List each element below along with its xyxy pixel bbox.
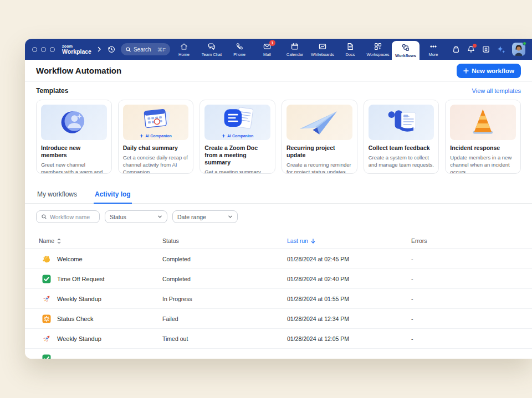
mail-icon: 1 [263, 42, 272, 51]
row-status: Timed out [162, 335, 287, 342]
schedule-icon[interactable] [482, 45, 490, 54]
row-last-run: 01/28/2024 at 02:40 PM [287, 276, 411, 282]
template-card-recurring-update[interactable]: Recurring project update Create a recurr… [282, 100, 357, 174]
template-card-introduce-members[interactable]: Introduce new members Greet new channel … [36, 100, 112, 174]
tab-activity-log[interactable]: Activity log [94, 189, 132, 204]
search-placeholder: Search [134, 46, 151, 53]
table-row[interactable]: Weekly Standup Timed out 01/28/2024 at 1… [25, 329, 532, 349]
date-range-filter-dropdown[interactable]: Date range [172, 210, 238, 223]
ai-companion-icon[interactable] [497, 45, 506, 54]
brand-zoom-label: zoom [62, 44, 91, 48]
table-row-partial[interactable] [25, 349, 532, 359]
doc-icon [346, 42, 355, 51]
window-zoom-button[interactable] [50, 47, 55, 52]
calendar-icon [290, 42, 299, 51]
ai-companion-chip: AI Companion [123, 134, 189, 138]
doc-illustration: AI Companion [204, 105, 270, 140]
nav-whiteboards[interactable]: Whiteboards [309, 39, 336, 60]
topbar-left: zoom Workplace Search ⌘F [25, 39, 170, 60]
page-title: Workflow Automation [36, 66, 121, 75]
chevron-down-icon [228, 214, 233, 219]
nav-more[interactable]: More [420, 39, 447, 60]
templates-section: Templates View all templates [25, 82, 532, 174]
row-errors: - [411, 256, 532, 262]
nav-workspaces[interactable]: Workspaces [364, 39, 392, 60]
sort-desc-arrow-icon [310, 238, 316, 244]
wave-hand-icon [42, 254, 52, 264]
history-icon[interactable] [107, 45, 116, 54]
table-row[interactable]: Status Check Failed 01/28/2024 at 12:34 … [25, 309, 532, 329]
row-last-run: 01/28/2024 at 12:05 PM [287, 335, 411, 342]
nav-team-chat[interactable]: Team Chat [198, 39, 226, 60]
window-controls [32, 47, 55, 52]
row-errors: - [411, 335, 532, 342]
nav-mail[interactable]: 1 Mail [253, 39, 281, 60]
phone-icon [235, 42, 244, 51]
table-row[interactable]: Weekly Standup In Progress 01/28/2024 at… [25, 289, 532, 309]
topbar-right [447, 39, 532, 60]
tab-my-workflows[interactable]: My workflows [36, 189, 78, 203]
template-card-daily-chat-summary[interactable]: AI Companion Daily chat summary Get a co… [118, 100, 194, 174]
nav-docs[interactable]: Docs [336, 39, 364, 60]
home-icon [180, 42, 188, 51]
nav-home[interactable]: Home [170, 39, 198, 60]
search-shortcut: ⌘F [157, 46, 166, 53]
table-header: Name Status Last run Errors [25, 233, 532, 249]
chevron-right-icon[interactable] [96, 46, 102, 52]
template-description: Get a concise daily recap of channel act… [123, 154, 189, 174]
topbar-nav: Home Team Chat Phone 1 Mail [170, 39, 447, 60]
workflow-name-search-input[interactable]: Workflow name [36, 210, 100, 223]
sort-icon [57, 238, 62, 244]
template-card-incident-response[interactable]: Incident response Update members in a ne… [445, 100, 521, 174]
template-title: Introduce new members [41, 144, 107, 159]
green-check-icon [42, 354, 52, 359]
column-header-errors[interactable]: Errors [411, 237, 532, 244]
member-illustration [41, 105, 107, 140]
template-description: Create a system to collect and manage te… [369, 154, 434, 168]
table-row[interactable]: Time Off Request Completed 01/28/2024 at… [25, 269, 532, 289]
row-last-run: 01/28/2024 at 01:55 PM [287, 296, 411, 302]
templates-heading: Templates [36, 87, 68, 95]
template-description: Greet new channel members with a warm an… [41, 161, 107, 174]
row-last-run: 01/28/2024 at 12:34 PM [287, 316, 411, 322]
status-filter-dropdown[interactable]: Status [105, 210, 167, 223]
app-window: zoom Workplace Search ⌘F [25, 39, 532, 359]
window-minimize-button[interactable] [41, 47, 46, 52]
chevron-down-icon [157, 214, 162, 219]
bag-icon[interactable] [452, 45, 461, 54]
rocket-icon [42, 294, 52, 304]
column-header-name[interactable]: Name [39, 237, 162, 244]
template-description: Create a recurring reminder for project … [287, 161, 352, 174]
calendar-illustration: AI Companion [123, 105, 189, 140]
template-title: Incident response [450, 144, 516, 152]
main-content: Workflow Automation New workflow Templat… [25, 60, 532, 359]
workflows-icon [401, 43, 410, 52]
notifications-bell-icon[interactable] [467, 45, 475, 54]
template-card-collect-feedback[interactable]: Collect team feedback Create a system to… [364, 100, 439, 174]
template-title: Recurring project update [287, 144, 352, 159]
table-row[interactable]: Welcome Completed 01/28/2024 at 02:45 PM… [25, 249, 532, 269]
workspaces-icon [374, 42, 382, 51]
topbar: zoom Workplace Search ⌘F [25, 39, 532, 60]
column-header-status[interactable]: Status [162, 237, 287, 244]
chat-icon [207, 42, 216, 51]
row-status: Failed [162, 316, 287, 322]
user-avatar[interactable] [512, 43, 525, 56]
template-card-zoom-doc[interactable]: AI Companion Create a Zoom Doc from a me… [200, 100, 275, 174]
column-header-last-run[interactable]: Last run [287, 237, 411, 244]
row-status: In Progress [162, 296, 287, 302]
new-workflow-button[interactable]: New workflow [457, 64, 521, 78]
orange-alert-icon [42, 314, 52, 324]
view-all-templates-link[interactable]: View all templates [472, 87, 521, 94]
window-close-button[interactable] [32, 47, 37, 52]
page-header: Workflow Automation New workflow [25, 60, 532, 82]
nav-workflows[interactable]: Workflows [392, 41, 420, 60]
nav-phone[interactable]: Phone [226, 39, 253, 60]
row-status: Completed [162, 276, 287, 282]
plus-icon [463, 68, 469, 74]
search-icon [41, 214, 47, 220]
template-description: Update members in a new channel when an … [450, 154, 516, 174]
global-search-input[interactable]: Search ⌘F [121, 43, 170, 55]
whiteboard-icon [318, 42, 327, 51]
nav-calendar[interactable]: Calendar [281, 39, 309, 60]
